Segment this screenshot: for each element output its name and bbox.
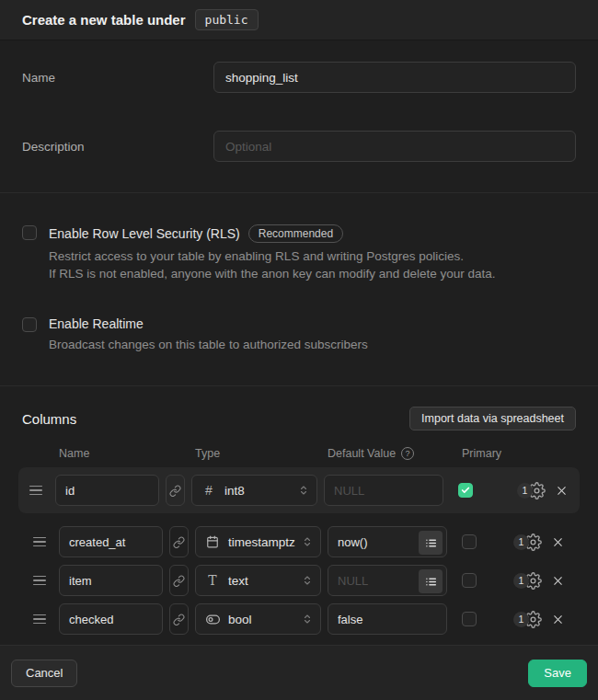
column-settings-button[interactable]: 1 <box>513 611 542 628</box>
close-icon <box>552 575 564 587</box>
default-suggestions-button[interactable] <box>419 531 443 555</box>
options-section: Enable Row Level Security (RLS) Recommen… <box>0 193 598 386</box>
column-type-select[interactable]: # int8 <box>191 475 317 506</box>
link-icon <box>173 614 185 625</box>
primary-checkbox[interactable] <box>462 612 477 626</box>
remove-column-button[interactable] <box>550 534 565 549</box>
column-type-label: timestamptz <box>228 535 302 549</box>
rls-checkbox[interactable] <box>22 225 37 240</box>
column-settings-button[interactable]: 1 <box>513 572 542 590</box>
column-type-label: bool <box>228 613 302 626</box>
default-value-input[interactable] <box>328 604 446 634</box>
column-name-input[interactable] <box>59 526 163 557</box>
column-name-input[interactable] <box>55 475 159 506</box>
foreign-key-link-button[interactable] <box>169 565 189 596</box>
drag-handle-icon[interactable] <box>33 573 46 589</box>
column-name-input[interactable] <box>59 603 163 635</box>
name-row: Name <box>22 62 576 93</box>
column-settings-button[interactable]: 1 <box>517 482 546 499</box>
primary-checkbox[interactable] <box>462 573 477 588</box>
default-value-field <box>328 526 447 557</box>
drag-handle-icon[interactable] <box>29 483 42 499</box>
check-icon <box>461 486 470 495</box>
name-label: Name <box>22 71 213 85</box>
primary-checkbox[interactable] <box>458 483 473 498</box>
schema-badge: public <box>195 9 259 30</box>
realtime-checkbox[interactable] <box>22 317 37 332</box>
settings-count-badge: 1 <box>513 534 529 550</box>
close-icon <box>556 485 568 497</box>
chevron-up-down-icon <box>298 485 309 496</box>
chevron-up-down-icon <box>302 575 313 586</box>
cancel-button[interactable]: Cancel <box>11 660 77 687</box>
foreign-key-link-button[interactable] <box>169 603 189 635</box>
remove-column-button[interactable] <box>554 483 569 498</box>
rls-description: Restrict access to your table by enablin… <box>49 247 496 282</box>
settings-count-badge: 1 <box>513 573 529 589</box>
settings-count-badge: 1 <box>513 612 529 627</box>
link-icon <box>173 575 185 587</box>
table-description-input[interactable] <box>213 131 576 162</box>
rls-label: Enable Row Level Security (RLS) <box>49 226 240 241</box>
chevron-up-down-icon <box>302 536 313 547</box>
hash-icon: # <box>201 483 216 498</box>
default-suggestions-button[interactable] <box>419 569 443 593</box>
list-icon <box>425 576 437 588</box>
rls-block: Enable Row Level Security (RLS) Recommen… <box>22 224 576 282</box>
foreign-key-link-button[interactable] <box>166 475 185 506</box>
realtime-description: Broadcast changes on this table to autho… <box>49 336 368 353</box>
header-default-value: Default Value <box>328 447 396 460</box>
description-label: Description <box>22 140 213 154</box>
column-settings-button[interactable]: 1 <box>513 534 542 551</box>
columns-heading: Columns <box>22 411 76 427</box>
description-row: Description <box>22 131 576 162</box>
column-name-input[interactable] <box>59 565 163 596</box>
list-icon <box>425 537 437 549</box>
import-spreadsheet-button[interactable]: Import data via spreadsheet <box>409 407 576 430</box>
columns-header-row: Name Type Default Value ? Primary <box>22 447 576 460</box>
link-icon <box>169 485 181 497</box>
realtime-block: Enable Realtime Broadcast changes on thi… <box>22 316 576 353</box>
calendar-icon <box>205 535 220 548</box>
close-icon <box>552 614 564 625</box>
table-name-input[interactable] <box>213 62 576 93</box>
column-row: # int8 1 <box>18 467 580 513</box>
settings-count-badge: 1 <box>517 483 533 499</box>
default-value-field <box>328 603 447 635</box>
column-row: T text 1 <box>22 565 576 596</box>
remove-column-button[interactable] <box>550 612 565 626</box>
columns-section: Columns Import data via spreadsheet Name… <box>0 386 598 645</box>
column-type-select[interactable]: bool <box>195 603 321 635</box>
column-type-select[interactable]: T text <box>195 565 321 596</box>
primary-checkbox[interactable] <box>462 534 477 549</box>
column-type-label: int8 <box>224 484 298 498</box>
realtime-label: Enable Realtime <box>49 316 144 331</box>
default-value-field <box>328 565 447 596</box>
column-row: bool 1 <box>22 603 576 635</box>
default-value-field <box>324 475 443 506</box>
header-type: Type <box>195 447 328 460</box>
help-circle-icon[interactable]: ? <box>401 447 414 460</box>
create-table-dialog: Create a new table under public Name Des… <box>0 0 598 700</box>
foreign-key-link-button[interactable] <box>169 526 189 557</box>
dialog-footer: Cancel Save <box>0 645 598 700</box>
save-button[interactable]: Save <box>528 660 587 687</box>
column-type-label: text <box>228 574 302 588</box>
header-name: Name <box>59 447 195 460</box>
chevron-up-down-icon <box>302 614 313 625</box>
header-primary: Primary <box>462 447 501 460</box>
basic-info-section: Name Description <box>0 40 598 193</box>
link-icon <box>173 536 185 548</box>
drag-handle-icon[interactable] <box>33 534 46 550</box>
column-type-select[interactable]: timestamptz <box>195 526 321 557</box>
column-rows: # int8 1 <box>22 467 576 635</box>
remove-column-button[interactable] <box>550 573 565 588</box>
default-value-input[interactable] <box>325 476 443 505</box>
close-icon <box>552 536 564 548</box>
dialog-title: Create a new table under <box>22 12 186 28</box>
drag-handle-icon[interactable] <box>33 612 46 627</box>
toggle-icon <box>205 613 220 626</box>
column-row: timestamptz 1 <box>22 526 576 557</box>
dialog-header: Create a new table under public <box>0 0 598 40</box>
recommended-badge: Recommended <box>248 224 343 243</box>
